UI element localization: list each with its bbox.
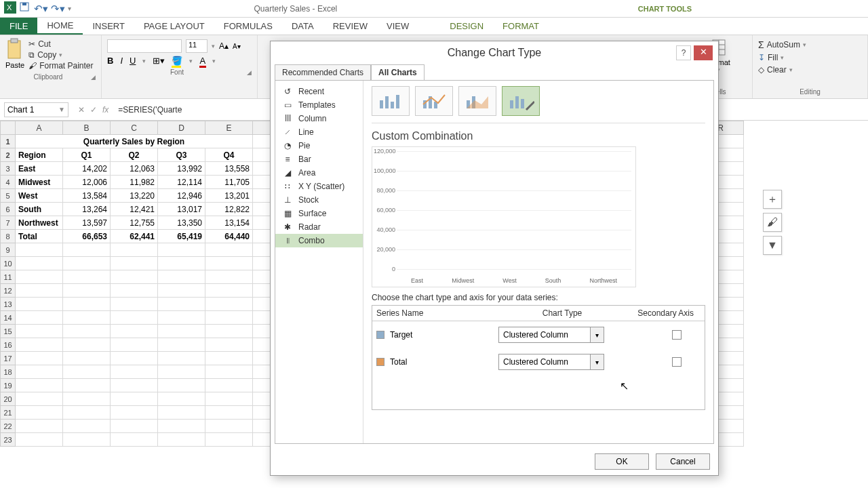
- combo-variant-1[interactable]: [372, 86, 410, 116]
- format-painter-button[interactable]: 🖌Format Painter: [28, 61, 93, 70]
- secondary-axis-checkbox-total[interactable]: [672, 357, 682, 367]
- save-icon[interactable]: [19, 1, 31, 16]
- combo-variant-2[interactable]: [415, 86, 453, 116]
- dialog-launcher-icon[interactable]: ◢: [247, 69, 252, 76]
- category-radar[interactable]: ✱Radar: [275, 220, 363, 234]
- category-icon: ⟋: [282, 127, 293, 137]
- file-tab[interactable]: FILE: [0, 18, 37, 35]
- decrease-font-icon[interactable]: A▾: [233, 43, 241, 50]
- category-combo[interactable]: ⫴Combo: [275, 234, 363, 247]
- bold-button[interactable]: B: [107, 56, 113, 66]
- series-row-target: Target Clustered Column▾: [372, 321, 705, 348]
- paste-button[interactable]: Paste: [5, 38, 24, 72]
- paintbrush-icon: 🖌: [767, 216, 778, 228]
- svg-text:X: X: [7, 3, 12, 12]
- category-pie[interactable]: ◔Pie: [275, 139, 363, 152]
- combo-variant-custom[interactable]: [502, 86, 540, 116]
- undo-icon[interactable]: ↶▾: [34, 3, 48, 15]
- svg-rect-5: [11, 39, 18, 43]
- contextual-tab-label: CHART TOOLS: [638, 5, 692, 13]
- category-line[interactable]: ⟋Line: [275, 125, 363, 139]
- dialog-title-bar: Change Chart Type ? ✕: [271, 41, 718, 64]
- tab-view[interactable]: VIEW: [377, 18, 418, 35]
- category-stock[interactable]: ⊥Stock: [275, 193, 363, 207]
- chevron-down-icon[interactable]: ▾: [590, 327, 604, 342]
- combo-subtype-title: Custom Combination: [372, 130, 705, 142]
- font-color-button[interactable]: A: [199, 56, 205, 66]
- chart-elements-button[interactable]: ＋: [763, 190, 782, 209]
- cut-button[interactable]: ✂Cut: [28, 39, 93, 49]
- tab-review[interactable]: REVIEW: [323, 18, 377, 35]
- category-area[interactable]: ◢Area: [275, 166, 363, 180]
- category-surface[interactable]: ▦Surface: [275, 207, 363, 220]
- border-button[interactable]: ⊞▾: [153, 56, 165, 66]
- paintbrush-icon: 🖌: [28, 61, 37, 70]
- redo-icon[interactable]: ↷▾: [51, 3, 65, 15]
- chevron-down-icon[interactable]: ▼: [58, 106, 65, 113]
- ok-button[interactable]: OK: [595, 453, 649, 470]
- svg-rect-18: [521, 99, 524, 108]
- series-row-total: Total Clustered Column▾: [372, 348, 705, 375]
- name-box[interactable]: Chart 1▼: [4, 102, 68, 117]
- category-bar[interactable]: ≡Bar: [275, 152, 363, 166]
- autosum-button[interactable]: ΣAutoSum▾: [758, 39, 862, 50]
- increase-font-icon[interactable]: A▴: [219, 41, 229, 51]
- category-icon: ▭: [282, 100, 293, 110]
- window-title: Quarterly Sales - Excel: [75, 4, 516, 14]
- tab-data[interactable]: DATA: [282, 18, 323, 35]
- combo-variant-row: [372, 86, 705, 123]
- secondary-axis-checkbox-target[interactable]: [672, 330, 682, 340]
- eraser-icon: ◇: [758, 65, 764, 75]
- tab-format[interactable]: FORMAT: [493, 18, 549, 35]
- underline-button[interactable]: U: [130, 56, 136, 66]
- qat-customize-icon[interactable]: ▾: [68, 5, 71, 12]
- category-column[interactable]: ⅼⅼⅼColumn: [275, 112, 363, 125]
- svg-rect-17: [515, 96, 519, 108]
- category-icon: ✱: [282, 222, 293, 232]
- copy-button[interactable]: ⧉Copy▾: [28, 50, 93, 60]
- fill-color-button[interactable]: 🪣: [172, 56, 182, 66]
- series-swatch: [376, 331, 384, 339]
- tab-recommended-charts[interactable]: Recommended Charts: [275, 64, 371, 80]
- italic-button[interactable]: I: [120, 56, 123, 66]
- tab-insert[interactable]: INSERT: [83, 18, 134, 35]
- series-name: Target: [390, 330, 498, 340]
- enter-formula-icon[interactable]: ✓: [90, 105, 97, 115]
- chart-preview: 020,00040,00060,00080,000100,000120,000 …: [372, 146, 636, 287]
- chart-type-select-total[interactable]: Clustered Column▾: [498, 354, 604, 370]
- tab-formulas[interactable]: FORMULAS: [214, 18, 282, 35]
- help-button[interactable]: ?: [676, 45, 691, 60]
- fx-icon[interactable]: fx: [102, 105, 108, 115]
- series-instruction: Choose the chart type and axis for your …: [372, 293, 705, 302]
- chart-element-buttons: ＋ 🖌 ▼: [763, 190, 782, 255]
- category-x-y-scatter-[interactable]: ∷X Y (Scatter): [275, 180, 363, 193]
- col-chart-type: Chart Type: [501, 306, 623, 321]
- category-recent[interactable]: ↺Recent: [275, 85, 363, 98]
- dialog-title: Change Chart Type: [448, 47, 541, 59]
- dialog-launcher-icon[interactable]: ◢: [91, 74, 96, 81]
- category-icon: ◢: [282, 168, 293, 178]
- chart-styles-button[interactable]: 🖌: [763, 213, 782, 232]
- fill-button[interactable]: ↧Fill▾: [758, 53, 862, 62]
- font-size-select[interactable]: 11: [186, 39, 208, 53]
- tab-design[interactable]: DESIGN: [440, 18, 493, 35]
- category-templates[interactable]: ▭Templates: [275, 98, 363, 112]
- chart-filters-button[interactable]: ▼: [763, 236, 782, 255]
- quick-access-toolbar: X ↶▾ ↷▾ ▾: [0, 0, 75, 17]
- tab-home[interactable]: HOME: [37, 18, 83, 35]
- category-icon: ⅼⅼⅼ: [282, 114, 293, 123]
- chart-type-select-target[interactable]: Clustered Column▾: [498, 327, 604, 343]
- paste-label: Paste: [5, 61, 24, 69]
- tab-all-charts[interactable]: All Charts: [371, 64, 425, 80]
- col-series-name: Series Name: [372, 306, 501, 321]
- cancel-button[interactable]: Cancel: [656, 453, 710, 470]
- tab-page-layout[interactable]: PAGE LAYOUT: [134, 18, 214, 35]
- font-name-select[interactable]: [107, 39, 182, 53]
- close-button[interactable]: ✕: [694, 45, 713, 60]
- group-label: Clipboard: [5, 72, 91, 81]
- cancel-formula-icon[interactable]: ✕: [78, 105, 85, 115]
- clear-button[interactable]: ◇Clear▾: [758, 65, 862, 75]
- group-label: Editing: [758, 87, 862, 96]
- combo-variant-3[interactable]: [458, 86, 496, 116]
- chevron-down-icon[interactable]: ▾: [590, 354, 604, 369]
